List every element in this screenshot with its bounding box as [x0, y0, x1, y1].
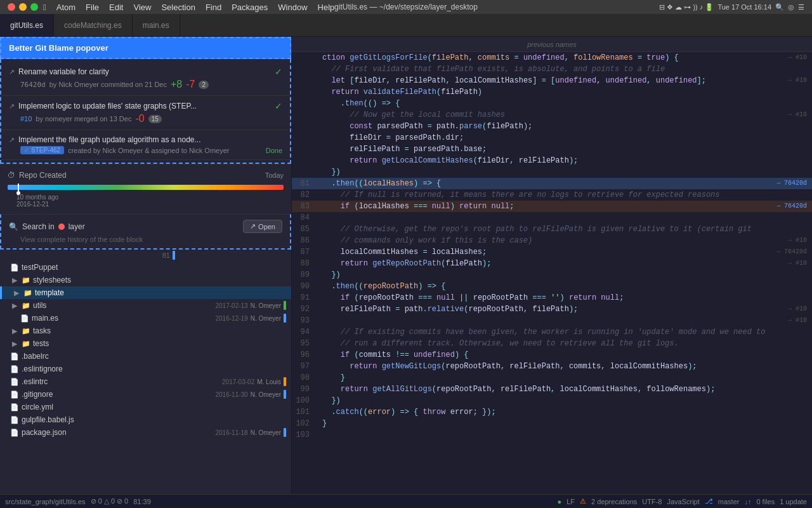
tree-item-stylesheets[interactable]: ▶ 📁 stylesheets [0, 274, 291, 286]
notifications-icon[interactable]: ☰ [798, 3, 804, 11]
timeline-bar [8, 185, 284, 190]
commit-arrow-icon-2: ↗ [9, 102, 15, 110]
charset-label: UTF-8 [642, 498, 662, 505]
file-icon-main: 📄 [20, 314, 29, 323]
chevron-right-icon: ▶ [10, 276, 19, 284]
tree-item-gitignore[interactable]: 📄 .gitignore 2016-11-30 N. Omeyer [0, 388, 291, 401]
tree-blame-author-eslintrc: M. Louis [257, 378, 281, 385]
tree-item-tests[interactable]: ▶ 📁 tests [0, 337, 291, 350]
line-number-82: 82 [292, 189, 317, 201]
blame-bar-packagejson [284, 428, 286, 437]
line-number-88: 88 [292, 258, 317, 269]
file-icon-eslintrc: 📄 [10, 378, 19, 386]
view-menu[interactable]: View [133, 3, 151, 12]
repo-title: ⏱ Repo Created [8, 171, 67, 180]
step-check-icon: ✓ [24, 147, 29, 154]
line-number-90: 90 [292, 281, 317, 292]
branch-icon: ⎇ [705, 497, 713, 505]
tree-folder-name-stylesheets: stylesheets [33, 276, 286, 284]
line-number-close2: 98 [292, 372, 317, 384]
selection-menu[interactable]: Selection [161, 3, 195, 12]
tree-blame-utils: 2017-02-13 N. Omeyer [216, 301, 287, 310]
commit-row3-2: #10 by nomeyer merged on 13 Dec -0 15 [20, 113, 282, 124]
spotlight-icon[interactable]: 🔍 [775, 3, 784, 11]
tree-item-gulpfile[interactable]: 📄 gulpfile.babel.js [0, 413, 291, 426]
file-tree[interactable]: 81 📄 testPuppet ▶ 📁 stylesheets ▶ 📁 temp… [0, 250, 291, 494]
code-line-87: 87 localCommitHashes = localHashes; → 76… [292, 246, 812, 258]
line-content-101: .catch((error) => { throw error; }); [317, 406, 812, 418]
repo-header: ⏱ Repo Created Today [8, 171, 284, 180]
open-label: Open [258, 223, 275, 231]
tree-blame-date-main: 2016-12-19 [216, 315, 248, 322]
lf-indicator[interactable]: ● [558, 498, 562, 505]
line-number-83: 83 [292, 201, 317, 212]
code-line-return1: return validateFilePath(filePath) [292, 86, 812, 98]
code-line-89: 89 }) [292, 269, 812, 281]
maximize-button[interactable] [30, 3, 38, 11]
atom-menu[interactable]: Atom [56, 3, 75, 12]
tree-item-testpuppet[interactable]: 📄 testPuppet [0, 261, 291, 274]
help-menu[interactable]: Help [318, 3, 335, 12]
file-icon-packagejson: 📄 [10, 429, 19, 437]
code-area[interactable]: ction getGitLogsForFile(filePath, commit… [292, 52, 812, 494]
tree-blame-gitignore: 2016-11-30 N. Omeyer [216, 390, 287, 399]
folder-icon-utils: 📁 [22, 302, 30, 310]
apple-menu[interactable]:  [43, 3, 46, 12]
tree-item-babelrc[interactable]: 📄 .babelrc [0, 350, 291, 363]
window-title: gitUtils.es — ~/dev/stepsize/layer_deskt… [334, 3, 478, 11]
tree-item-circleyml[interactable]: 📄 circle.yml [0, 401, 291, 413]
file-icon-eslintignore: 📄 [10, 365, 19, 373]
tree-file-name-eslintrc: .eslintrc [22, 377, 219, 386]
search-row: 🔍 Search in layer ↗ Open [9, 220, 282, 233]
open-button[interactable]: ↗ Open [243, 220, 282, 233]
commit-item-3[interactable]: ↗ Implement the file graph update algori… [1, 130, 290, 160]
tree-item-template[interactable]: ▶ 📁 template [0, 286, 291, 299]
code-line-comment3: 82 // If null is returned, it means ther… [292, 189, 812, 201]
line-annotation-86: → #10 [788, 235, 812, 246]
tree-item-packagejson[interactable]: 📄 package.json 2016-11-18 N. Omeyer [0, 426, 291, 439]
close-button[interactable] [8, 3, 15, 11]
line-number-97: 97 [292, 361, 317, 372]
line-content-102: } [317, 418, 812, 429]
open-icon: ↗ [250, 222, 256, 231]
line-content-95: // run a different track. Otherwise, we … [317, 338, 812, 349]
line-content: const parsedPath = path.parse(filePath); [317, 121, 812, 132]
line-number-92: 92 [292, 304, 317, 315]
line-content-81: .then((localHashes) => { [317, 178, 776, 189]
code-line-97: 97 return getNewGitLogs(repoRootPath, re… [292, 361, 812, 372]
siri-icon[interactable]: ◎ [788, 3, 794, 11]
status-right: ● LF ⚠ 2 deprecations UTF-8 JavaScript ⎇… [558, 497, 807, 505]
tab-codematching[interactable]: codeMatching.es [54, 14, 133, 36]
tree-item-mainfolder[interactable]: 📄 main.es 2016-12-19 N. Omeyer [0, 312, 291, 324]
system-icons: ⊟ ❖ ☁ ⊶ )) ♪ 🔋 [659, 3, 714, 11]
minimize-button[interactable] [19, 3, 27, 11]
code-line-close2: 98 } [292, 372, 812, 384]
commit-assign: created by Nick Omeyer & assigned to Nic… [68, 147, 229, 154]
edit-menu[interactable]: Edit [109, 3, 123, 12]
commit-item-1[interactable]: ↗ Rename variable for clarity ✓ 76420d b… [1, 62, 290, 96]
find-menu[interactable]: Find [206, 3, 221, 12]
menu-bar:  Atom File Edit View Selection Find Pac… [43, 3, 334, 12]
commit-arrow-icon-1: ↗ [9, 68, 15, 76]
tree-item-eslintignore[interactable]: 📄 .eslintignore [0, 363, 291, 375]
commits-section: ↗ Rename variable for clarity ✓ 76420d b… [0, 59, 291, 164]
tab-maines[interactable]: main.es [133, 14, 180, 36]
commit-item-2[interactable]: ↗ Implement logic to update files' state… [1, 96, 290, 130]
file-icon-babelrc: 📄 [10, 352, 19, 361]
line-number-86: 86 [292, 235, 317, 246]
chevron-right-icon-tasks: ▶ [10, 327, 19, 335]
tree-item-utils[interactable]: ▶ 📁 utils 2017-02-13 N. Omeyer [0, 299, 291, 312]
file-menu[interactable]: File [86, 3, 99, 12]
tree-file-name-gulpfile: gulpfile.babel.js [22, 415, 286, 424]
window-menu[interactable]: Window [278, 3, 307, 12]
tree-item-tasks[interactable]: ▶ 📁 tasks [0, 324, 291, 337]
line-number-100: 100 [292, 395, 317, 406]
line-number [292, 144, 317, 155]
line-number-81: 81 [292, 178, 317, 189]
line-number [292, 86, 317, 98]
deprecations-indicator[interactable]: ⚠ [580, 497, 586, 505]
packages-menu[interactable]: Packages [232, 3, 268, 12]
tab-gitutils[interactable]: gitUtils.es [0, 14, 54, 36]
tree-item-eslintrc[interactable]: 📄 .eslintrc 2017-03-02 M. Louis [0, 375, 291, 388]
folder-icon-tasks: 📁 [22, 327, 30, 335]
